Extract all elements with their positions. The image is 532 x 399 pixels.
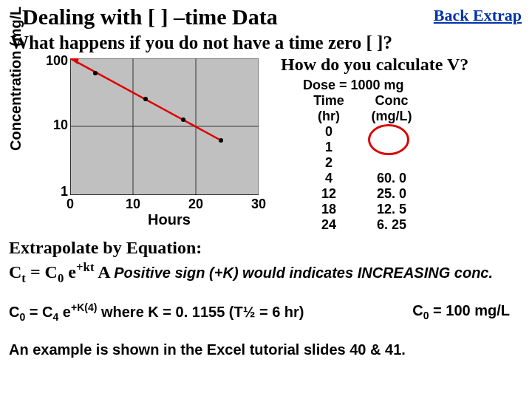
example-reference: An example is shown in the Excel tutoria… [0, 337, 532, 363]
svg-point-10 [143, 97, 148, 101]
conc-unit: (mg/L) [372, 109, 412, 124]
chart-panel: Concentration (mg/L 100 10 1 [0, 55, 273, 233]
conc-r2 [389, 155, 393, 171]
equation-block-2: C0 = C4 e+K(4) where K = 0. 1155 (T½ = 6… [0, 298, 532, 327]
data-table: Time (hr) 0 1 2 4 12 18 24 Conc (mg/L) 6… [281, 93, 532, 233]
question-one: What happens if you do not have a time z… [0, 30, 532, 53]
time-column: Time (hr) 0 1 2 4 12 18 24 [303, 93, 355, 233]
time-r5: 18 [321, 202, 336, 217]
xtick-20: 20 [185, 197, 207, 212]
svg-marker-8 [70, 58, 79, 64]
conc-r5: 12. 5 [377, 202, 406, 217]
dose-text: Dose = 1000 mg [281, 78, 532, 93]
content-row: Concentration (mg/L 100 10 1 [0, 55, 532, 233]
back-extrap-link[interactable]: Back Extrap [434, 6, 522, 25]
equation-c0-result: C0 = 100 mg/L [412, 301, 510, 324]
equation-note: Positive sign (+K) would indicates INCRE… [114, 265, 493, 281]
svg-point-12 [219, 138, 223, 143]
xtick-30: 30 [248, 197, 270, 212]
equation-block-1: Extrapolate by Equation: Ct = C0 e+kt A … [0, 233, 532, 290]
conc-r4: 25. 0 [377, 186, 406, 202]
data-panel: How do you calculate V? Dose = 1000 mg T… [273, 55, 532, 233]
conc-header: Conc [375, 93, 409, 109]
time-r6: 24 [321, 217, 336, 233]
extrapolate-heading: Extrapolate by Equation: [9, 238, 202, 257]
time-unit: (hr) [318, 109, 340, 124]
time-r4: 12 [321, 186, 336, 202]
time-r1: 1 [325, 140, 332, 155]
xtick-0: 0 [59, 197, 81, 212]
time-r2: 2 [325, 155, 332, 171]
time-r3: 4 [325, 171, 332, 186]
chart-svg [70, 58, 259, 195]
equation-c0-left: C0 = C4 e+K(4) where K = 0. 1155 (T½ = 6… [9, 301, 304, 324]
equation-ct: Ct = C0 e+kt A [9, 262, 114, 282]
time-r0: 0 [325, 124, 332, 140]
time-header: Time [313, 93, 344, 109]
chart: 100 10 1 [30, 55, 266, 225]
x-axis-label: Hours [148, 211, 191, 228]
conc-r3: 60. 0 [377, 171, 406, 186]
svg-point-11 [181, 117, 185, 122]
xtick-10: 10 [122, 197, 144, 212]
missing-values-circle-icon [368, 124, 409, 155]
conc-r6: 6. 25 [377, 217, 406, 233]
ytick-100: 100 [31, 53, 68, 69]
ytick-10: 10 [31, 117, 68, 133]
y-axis-label: Concentration (mg/L [7, 6, 24, 151]
plot-area [70, 58, 259, 195]
question-two: How do you calculate V? [281, 55, 532, 75]
conc-column: Conc (mg/L) 60. 0 25. 0 12. 5 6. 25 [355, 93, 429, 233]
svg-point-9 [93, 71, 98, 75]
